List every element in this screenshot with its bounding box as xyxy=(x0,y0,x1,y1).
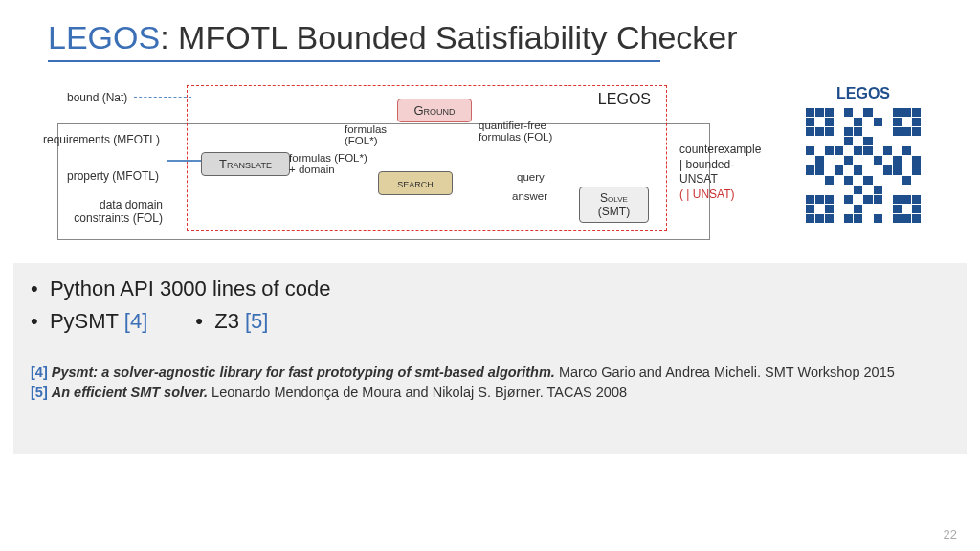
input-requirements: requirements (MFOTL) xyxy=(43,133,160,146)
flow-fol-star: formulas (FOL*) xyxy=(345,123,397,146)
bullet-pysmt: • PySMT [4] xyxy=(31,309,147,334)
input-bound: bound (Nat) xyxy=(67,91,127,104)
architecture-diagram: LEGOS bound (Nat) requirements (MFOTL) p… xyxy=(38,85,727,248)
title-area: LEGOS: MFOTL Bounded Satisfiability Chec… xyxy=(0,0,980,66)
qr-code-icon xyxy=(806,108,921,223)
flow-qf-fol: quantifier-free formulas (FOL) xyxy=(479,120,569,143)
diagram-row: LEGOS bound (Nat) requirements (MFOTL) p… xyxy=(0,66,980,257)
qr-title: LEGOS xyxy=(766,85,961,102)
bullet-z3: • Z3 [5] xyxy=(195,309,268,334)
page-title: LEGOS: MFOTL Bounded Satisfiability Chec… xyxy=(48,19,932,56)
flow-answer: answer xyxy=(512,190,547,202)
stage-translate: Translate xyxy=(201,152,290,176)
qr-section: LEGOS xyxy=(766,85,961,223)
bullet-list: • Python API 3000 lines of code • PySMT … xyxy=(31,276,949,334)
title-accent: LEGOS xyxy=(48,19,160,55)
flow-query: query xyxy=(517,171,545,183)
title-rest: : MFOTL Bounded Satisfiability Checker xyxy=(160,19,737,55)
citation-4: [4] Pysmt: a solver-agnostic library for… xyxy=(31,363,949,383)
citation-5: [5] An efficient SMT solver. Leonardo Me… xyxy=(31,383,949,403)
page-number: 22 xyxy=(944,527,957,541)
citations: [4] Pysmt: a solver-agnostic library for… xyxy=(31,363,949,403)
output-label: counterexample | bounded- UNSAT ( | UNSA… xyxy=(679,143,794,202)
stage-solve: Solve (SMT) xyxy=(579,187,649,223)
arrow-dashed-icon xyxy=(134,97,191,99)
title-underline xyxy=(48,60,660,62)
stage-ground: Ground xyxy=(397,99,472,122)
input-property: property (MFOTL) xyxy=(67,169,159,183)
arrow-icon xyxy=(167,160,201,162)
bottom-panel: • Python API 3000 lines of code • PySMT … xyxy=(13,263,967,454)
bullet-python: • Python API 3000 lines of code xyxy=(31,276,949,301)
flow-fol-domain: formulas (FOL*) + domain xyxy=(289,152,375,175)
legos-box-label: LEGOS xyxy=(598,91,651,108)
input-constraints: data domain constraints (FOL) xyxy=(67,198,163,225)
stage-search: search xyxy=(378,171,453,195)
